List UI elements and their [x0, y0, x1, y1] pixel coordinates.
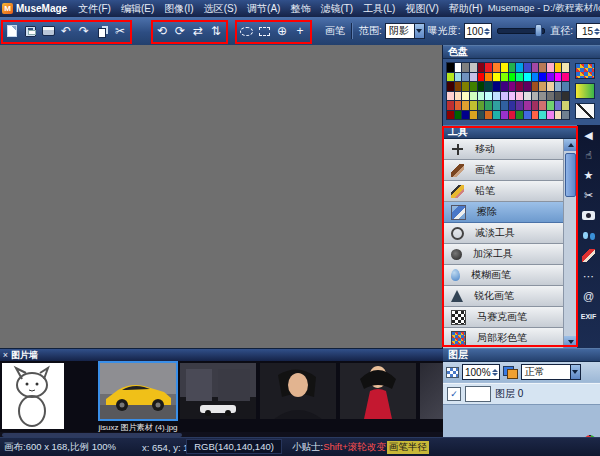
- color-swatch-4-10[interactable]: [524, 101, 531, 110]
- color-swatch-5-14[interactable]: [555, 111, 562, 120]
- exif-icon[interactable]: EXIF: [581, 310, 597, 322]
- exposure-slider[interactable]: [497, 28, 545, 34]
- color-swatch-1-5[interactable]: [485, 73, 492, 82]
- color-swatch-4-1[interactable]: [455, 101, 462, 110]
- opacity-spinner[interactable]: [492, 369, 498, 376]
- color-swatch-5-4[interactable]: [478, 111, 485, 120]
- color-swatch-1-14[interactable]: [555, 73, 562, 82]
- ink-drops-icon[interactable]: [583, 229, 595, 241]
- slider-thumb[interactable]: [535, 24, 542, 37]
- color-swatch-0-3[interactable]: [470, 63, 477, 72]
- color-swatch-5-9[interactable]: [516, 111, 523, 120]
- copy-icon[interactable]: [94, 21, 110, 41]
- chevron-down-icon[interactable]: [570, 365, 580, 379]
- color-swatch-2-4[interactable]: [478, 82, 485, 91]
- color-swatch-0-13[interactable]: [547, 63, 554, 72]
- pan-icon[interactable]: +: [292, 21, 308, 41]
- color-swatch-5-12[interactable]: [539, 111, 546, 120]
- tool-item-eraser[interactable]: 擦除: [443, 202, 564, 223]
- thumbnail-partial[interactable]: [420, 363, 443, 419]
- color-swatch-2-14[interactable]: [555, 82, 562, 91]
- color-swatch-4-15[interactable]: [562, 101, 569, 110]
- color-swatch-2-1[interactable]: [455, 82, 462, 91]
- at-icon[interactable]: @: [583, 290, 594, 302]
- color-swatch-4-13[interactable]: [547, 101, 554, 110]
- color-swatch-1-6[interactable]: [493, 73, 500, 82]
- color-swatch-4-7[interactable]: [501, 101, 508, 110]
- diameter-spinner[interactable]: [594, 28, 600, 35]
- color-swatch-1-2[interactable]: [462, 73, 469, 82]
- color-swatch-3-1[interactable]: [455, 92, 462, 101]
- color-swatch-2-6[interactable]: [493, 82, 500, 91]
- target-icon[interactable]: ⊕: [274, 21, 290, 41]
- color-swatch-2-11[interactable]: [532, 82, 539, 91]
- color-swatch-0-12[interactable]: [539, 63, 546, 72]
- color-swatch-3-11[interactable]: [532, 92, 539, 101]
- color-swatch-4-2[interactable]: [462, 101, 469, 110]
- color-swatch-4-6[interactable]: [493, 101, 500, 110]
- color-swatch-3-9[interactable]: [516, 92, 523, 101]
- color-swatch-2-15[interactable]: [562, 82, 569, 91]
- color-swatch-3-6[interactable]: [493, 92, 500, 101]
- new-file-icon[interactable]: [4, 21, 20, 41]
- color-swatch-1-13[interactable]: [547, 73, 554, 82]
- layer-visibility-checkbox[interactable]: [447, 387, 461, 401]
- color-swatch-5-8[interactable]: [509, 111, 516, 120]
- thumbnail-cat-drawing[interactable]: [2, 363, 64, 429]
- menu-item-8[interactable]: 视图(V): [400, 2, 443, 16]
- color-swatch-5-6[interactable]: [493, 111, 500, 120]
- thumbnail-portrait-dark[interactable]: [260, 363, 336, 419]
- color-swatch-5-13[interactable]: [547, 111, 554, 120]
- color-swatch-1-15[interactable]: [562, 73, 569, 82]
- ellipse-select-icon[interactable]: [238, 21, 254, 41]
- tool-item-blur[interactable]: 模糊画笔: [443, 265, 564, 286]
- color-swatch-1-3[interactable]: [470, 73, 477, 82]
- color-swatch-3-3[interactable]: [470, 92, 477, 101]
- color-swatch-1-9[interactable]: [516, 73, 523, 82]
- color-swatch-0-6[interactable]: [493, 63, 500, 72]
- rect-select-icon[interactable]: [256, 21, 272, 41]
- color-swatch-0-1[interactable]: [455, 63, 462, 72]
- redo-icon[interactable]: ↷: [76, 21, 92, 41]
- color-swatch-2-8[interactable]: [509, 82, 516, 91]
- tools-scrollbar[interactable]: [563, 139, 577, 348]
- color-swatch-5-5[interactable]: [485, 111, 492, 120]
- color-swatch-5-7[interactable]: [501, 111, 508, 120]
- tool-item-move[interactable]: 移动: [443, 139, 564, 160]
- color-swatch-0-4[interactable]: [478, 63, 485, 72]
- camera-icon[interactable]: [582, 209, 595, 221]
- tool-item-brush[interactable]: 画笔: [443, 160, 564, 181]
- menu-item-1[interactable]: 编辑(E): [116, 2, 159, 16]
- hand-icon[interactable]: ☝: [585, 149, 592, 161]
- thumbnail-yellow-car[interactable]: [100, 363, 176, 419]
- color-swatch-2-2[interactable]: [462, 82, 469, 91]
- paint-brush-icon[interactable]: [582, 249, 595, 262]
- color-swatch-1-0[interactable]: [447, 73, 454, 82]
- wand-icon[interactable]: ★: [584, 169, 594, 181]
- chevron-down-icon[interactable]: [414, 24, 424, 38]
- exposure-spinner[interactable]: [484, 28, 490, 35]
- close-icon[interactable]: ×: [0, 350, 11, 360]
- thumbnail-showroom[interactable]: [180, 363, 256, 419]
- color-swatch-1-7[interactable]: [501, 73, 508, 82]
- color-swatch-3-5[interactable]: [485, 92, 492, 101]
- tool-item-localcolor[interactable]: 局部彩色笔: [443, 328, 564, 348]
- color-swatch-0-8[interactable]: [509, 63, 516, 72]
- scrollbar-thumb[interactable]: [565, 153, 576, 197]
- flip-vertical-icon[interactable]: ⇅: [208, 21, 224, 41]
- color-swatch-4-8[interactable]: [509, 101, 516, 110]
- color-swatch-5-0[interactable]: [447, 111, 454, 120]
- color-swatch-0-11[interactable]: [532, 63, 539, 72]
- swatch-grid-icon[interactable]: [575, 63, 595, 79]
- color-swatch-5-15[interactable]: [562, 111, 569, 120]
- color-swatch-3-8[interactable]: [509, 92, 516, 101]
- color-swatch-3-0[interactable]: [447, 92, 454, 101]
- color-swatch-3-14[interactable]: [555, 92, 562, 101]
- blend-mode-select[interactable]: 正常: [521, 364, 581, 380]
- color-swatch-5-2[interactable]: [462, 111, 469, 120]
- menu-item-3[interactable]: 选区(S): [199, 2, 242, 16]
- thumbnail-portrait-red[interactable]: [340, 363, 416, 419]
- layer-row[interactable]: 图层 0: [443, 383, 600, 405]
- color-swatch-2-7[interactable]: [501, 82, 508, 91]
- menu-item-5[interactable]: 整饰: [285, 2, 315, 16]
